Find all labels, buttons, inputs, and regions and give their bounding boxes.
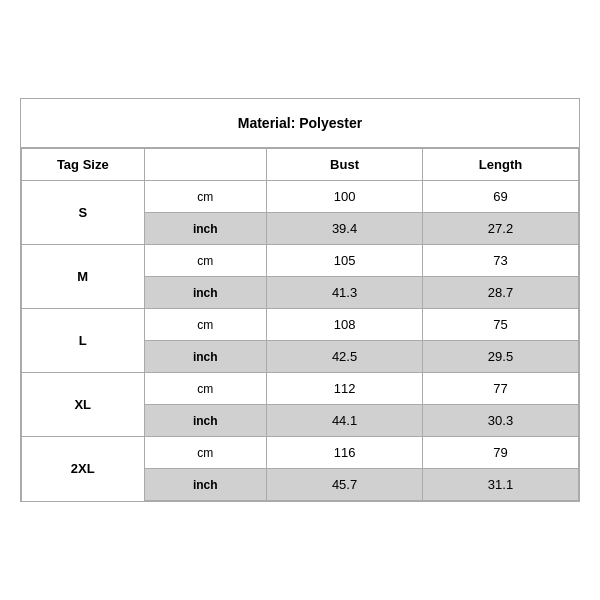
unit-cm: cm bbox=[144, 437, 267, 469]
table-row: 2XL cm 116 79 bbox=[22, 437, 579, 469]
unit-inch: inch bbox=[144, 469, 267, 501]
length-cm: 73 bbox=[423, 245, 579, 277]
header-bust: Bust bbox=[267, 149, 423, 181]
table-row: L cm 108 75 bbox=[22, 309, 579, 341]
bust-cm: 108 bbox=[267, 309, 423, 341]
bust-inch: 42.5 bbox=[267, 341, 423, 373]
length-cm: 69 bbox=[423, 181, 579, 213]
header-unit bbox=[144, 149, 267, 181]
bust-inch: 39.4 bbox=[267, 213, 423, 245]
header-length: Length bbox=[423, 149, 579, 181]
unit-inch: inch bbox=[144, 213, 267, 245]
size-cell: S bbox=[22, 181, 145, 245]
bust-cm: 116 bbox=[267, 437, 423, 469]
unit-cm: cm bbox=[144, 181, 267, 213]
unit-cm: cm bbox=[144, 245, 267, 277]
unit-cm: cm bbox=[144, 373, 267, 405]
table-row: XL cm 112 77 bbox=[22, 373, 579, 405]
size-chart-container: Material: Polyester Tag Size Bust Length… bbox=[20, 98, 580, 502]
length-inch: 30.3 bbox=[423, 405, 579, 437]
bust-cm: 100 bbox=[267, 181, 423, 213]
bust-cm: 105 bbox=[267, 245, 423, 277]
bust-inch: 41.3 bbox=[267, 277, 423, 309]
unit-inch: inch bbox=[144, 405, 267, 437]
chart-title: Material: Polyester bbox=[21, 99, 579, 148]
bust-inch: 44.1 bbox=[267, 405, 423, 437]
size-cell: L bbox=[22, 309, 145, 373]
bust-cm: 112 bbox=[267, 373, 423, 405]
unit-inch: inch bbox=[144, 341, 267, 373]
header-tag-size: Tag Size bbox=[22, 149, 145, 181]
length-inch: 28.7 bbox=[423, 277, 579, 309]
unit-cm: cm bbox=[144, 309, 267, 341]
size-cell: XL bbox=[22, 373, 145, 437]
length-inch: 29.5 bbox=[423, 341, 579, 373]
length-inch: 27.2 bbox=[423, 213, 579, 245]
table-header-row: Tag Size Bust Length bbox=[22, 149, 579, 181]
size-table: Tag Size Bust Length S cm 100 69 inch 39… bbox=[21, 148, 579, 501]
size-cell: 2XL bbox=[22, 437, 145, 501]
size-cell: M bbox=[22, 245, 145, 309]
length-inch: 31.1 bbox=[423, 469, 579, 501]
unit-inch: inch bbox=[144, 277, 267, 309]
table-row: S cm 100 69 bbox=[22, 181, 579, 213]
length-cm: 77 bbox=[423, 373, 579, 405]
length-cm: 75 bbox=[423, 309, 579, 341]
length-cm: 79 bbox=[423, 437, 579, 469]
bust-inch: 45.7 bbox=[267, 469, 423, 501]
table-row: M cm 105 73 bbox=[22, 245, 579, 277]
